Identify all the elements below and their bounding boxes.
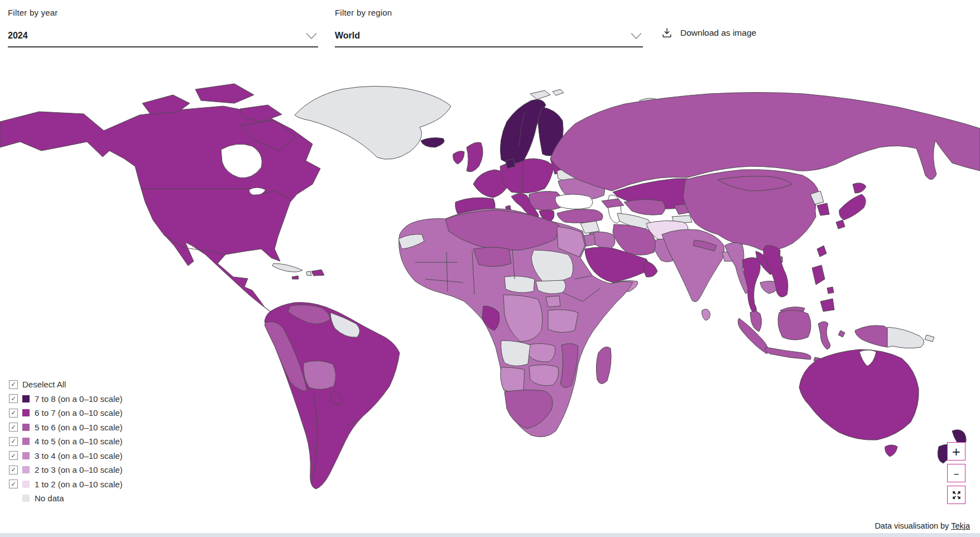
legend-label: 6 to 7 (on a 0–10 scale) [35,408,123,418]
checkbox-checked-icon[interactable] [9,394,18,403]
legend-swatch [22,438,30,445]
region-angola[interactable] [501,341,530,366]
legend: Deselect All7 to 8 (on a 0–10 scale)6 to… [9,377,123,506]
year-filter-value: 2024 [8,31,28,41]
region-south-korea[interactable] [817,203,829,215]
legend-row: 5 to 6 (on a 0–10 scale) [9,420,123,435]
legend-label: 5 to 6 (on a 0–10 scale) [35,423,123,432]
region-uganda[interactable] [546,296,560,307]
region-papua-new-guinea[interactable] [887,327,924,348]
region-sri-lanka[interactable] [702,309,710,320]
legend-label: 4 to 5 (on a 0–10 scale) [35,437,123,446]
region-svalbard[interactable] [553,89,564,95]
deselect-all-row: Deselect All [9,377,123,392]
region-oman[interactable] [643,261,657,277]
legend-swatch [22,424,30,431]
region-madagascar[interactable] [596,347,611,383]
legend-row: 2 to 3 (on a 0–10 scale) [9,463,123,477]
legend-row: 6 to 7 (on a 0–10 scale) [9,406,123,420]
zoom-in-button[interactable]: + [947,442,965,461]
checkbox-checked-icon[interactable] [9,423,18,431]
region-sulawesi[interactable] [818,322,830,349]
region-dominican-republic[interactable] [311,270,324,276]
region-uzbekistan[interactable] [624,199,665,215]
legend-swatch [22,466,30,473]
bottom-strip [0,533,980,537]
region-bolivia[interactable] [304,361,336,389]
checkbox-checked-icon[interactable] [9,451,18,460]
region-west-papua[interactable] [855,325,887,347]
black-sea [555,194,593,209]
region-mozambique[interactable] [560,343,578,387]
region-south-america[interactable] [265,303,400,489]
region-iceland[interactable] [421,138,444,147]
region-india[interactable] [662,229,724,302]
region-tanzania[interactable] [548,310,578,333]
checkbox-checked-icon[interactable] [9,480,18,488]
region-japan[interactable] [836,183,866,229]
region-maluku[interactable] [838,330,845,337]
map-zoom-controls: + – [947,442,965,504]
legend-swatch [22,409,30,416]
legend-row: 4 to 5 (on a 0–10 scale) [9,434,123,449]
download-label: Download as image [680,28,756,38]
region-haiti[interactable] [306,271,311,276]
region-filter-dropdown[interactable]: World [335,17,643,47]
legend-swatch [22,452,30,459]
region-filter-value: World [335,31,360,41]
chevron-down-icon [306,32,317,40]
legend-row: 1 to 2 (on a 0–10 scale) [9,477,123,492]
region-svalbard[interactable] [530,90,550,99]
region-namibia[interactable] [501,367,525,392]
legend-row: 7 to 8 (on a 0–10 scale) [9,392,123,406]
download-icon [661,27,673,39]
region-new-britain[interactable] [925,335,934,342]
chevron-down-icon [631,32,642,40]
legend-label: 7 to 8 (on a 0–10 scale) [35,394,123,404]
region-niger[interactable] [473,247,511,267]
fullscreen-button[interactable] [947,486,965,504]
region-taiwan[interactable] [817,246,827,257]
download-as-image-button[interactable]: Download as image [661,27,756,39]
region-australia[interactable] [799,349,919,440]
region-uk[interactable] [467,142,483,172]
attribution: Data visualisation by Tekja [875,521,970,530]
region-tasmania[interactable] [885,445,897,457]
legend-label: Deselect All [22,380,66,389]
year-filter-label: Filter by year [8,8,318,17]
region-philippines[interactable] [812,265,834,311]
checkbox-checked-icon[interactable] [9,380,18,389]
region-borneo[interactable] [778,310,811,340]
legend-row: No data [9,491,123,506]
region-java[interactable] [765,347,811,359]
region-ireland[interactable] [453,151,464,164]
region-greenland[interactable] [295,86,451,159]
region-central-african-republic[interactable] [505,276,535,293]
year-filter-dropdown[interactable]: 2024 [8,17,318,47]
legend-swatch [22,481,30,488]
checkbox-checked-icon[interactable] [9,466,18,474]
legend-swatch [22,495,30,502]
checkbox-checked-icon[interactable] [9,409,18,418]
world-choropleth-map [0,56,980,537]
legend-label: 2 to 3 (on a 0–10 scale) [35,465,123,474]
page: Filter by year 2024 Filter by region Wor… [0,0,980,537]
region-zimbabwe-botswana[interactable] [529,365,559,385]
region-filter-label: Filter by region [335,8,643,17]
legend-swatch [22,395,30,402]
year-filter: Filter by year 2024 [8,8,318,47]
region-cuba[interactable] [272,263,302,272]
zoom-out-button[interactable]: – [947,464,965,482]
region-jamaica[interactable] [292,276,299,279]
legend-label: 1 to 2 (on a 0–10 scale) [35,480,123,489]
legend-row: 3 to 4 (on a 0–10 scale) [9,449,123,463]
expand-icon [951,490,962,501]
region-filter: Filter by region World [335,8,643,47]
legend-label: 3 to 4 (on a 0–10 scale) [35,451,123,461]
attribution-text: Data visualisation by [875,521,951,530]
tekja-link[interactable]: Tekja [951,521,970,530]
region-syria[interactable] [580,221,599,233]
legend-label: No data [35,493,64,503]
checkbox-checked-icon[interactable] [9,437,18,446]
